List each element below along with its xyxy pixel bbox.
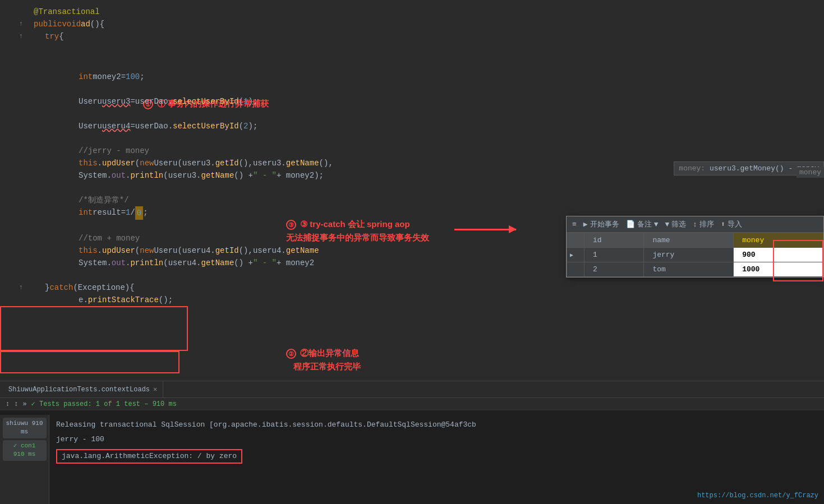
hamburger-icon: ≡ (572, 220, 577, 229)
comment-exception: /*制造异常*/ (79, 194, 129, 206)
method-getname4: getName (201, 257, 234, 269)
dot12: . (107, 257, 111, 269)
con1-btn[interactable]: ✓ con1 910 ms (3, 440, 47, 461)
keyword-try: try (45, 30, 59, 43)
userdao-ref: userDao (135, 95, 168, 108)
log-line-3: java.lang.ArithmeticException: / by zero (56, 447, 817, 465)
useru3-getid: useru3 (182, 157, 210, 169)
dot2: . (168, 120, 173, 132)
dot1: . (168, 95, 173, 108)
notes-btn[interactable]: 📄 备注 ▼ (626, 219, 659, 229)
import-btn[interactable]: ⬆ 导入 (721, 219, 742, 229)
table-row[interactable]: ▶ 1 jerry 900 (567, 248, 823, 262)
paren6: ( (177, 157, 182, 169)
test-status: ✓ Tests passed: 1 of 1 test – 910 ms (31, 400, 177, 408)
paren11: ( (135, 244, 140, 257)
method-getname2: getName (201, 169, 234, 182)
method-printtrace: printStackTrace (88, 294, 159, 306)
shiuwu-btn[interactable]: shiuwu 910 ms (3, 418, 47, 438)
arrow-to-db (454, 229, 516, 230)
play-icon: ▶ (583, 220, 588, 229)
paren8: (), (319, 157, 333, 169)
database-popup: ≡ ▶ 开始事务 📄 备注 ▼ ▼ 筛选 ↕ 排序 ⬆ 导入 id n (566, 216, 824, 278)
notes-icon: 📄 (626, 220, 635, 229)
sort-btn[interactable]: ↕ 排序 (693, 219, 714, 229)
blog-url[interactable]: https://blog.csdn.net/y_fCrazy (697, 492, 818, 500)
useru4-getname2: useru4 (168, 257, 196, 269)
run-tab[interactable]: ShiuwuApplicationTests.contextLoads ✕ (3, 381, 163, 397)
start-transaction-btn[interactable]: ▶ 开始事务 (583, 219, 619, 229)
paren13: (), (239, 244, 253, 257)
sort-icon-1[interactable]: ↕ (6, 400, 10, 408)
breakpoint-arrow: ↑ (19, 18, 23, 30)
userdao-ref2: userDao (135, 120, 168, 132)
try-brace: { (59, 30, 63, 43)
menu-icon-btn[interactable]: ≡ (572, 220, 577, 229)
paren15: () + (234, 257, 253, 269)
code-line (0, 83, 824, 95)
out-field: out (112, 169, 126, 182)
code-line (0, 108, 824, 120)
keyword-public: public (34, 18, 62, 30)
useru3-getname2: useru3 (168, 169, 196, 182)
keyword-int: int (79, 71, 93, 83)
dropdown-arrow-icon: ▼ (654, 220, 659, 229)
paren16: ( (73, 281, 77, 294)
number-1: 1 (243, 95, 248, 108)
notes-label: 备注 (637, 219, 652, 229)
useru4-getname: useru4 (253, 244, 281, 257)
dot4: . (210, 157, 215, 169)
paren17: ){ (125, 281, 135, 294)
code-line: ↑ try { (0, 30, 824, 43)
annotation-text: @Transactional (34, 6, 100, 18)
shiuwu-label: shiuwu 910 ms (6, 420, 43, 435)
code-line: e . printStackTrace (); (0, 294, 824, 306)
code-line: @Transactional (0, 6, 824, 18)
method-getname1: getName (286, 157, 319, 169)
code-line: ↑ public void ad (){ (0, 18, 824, 30)
filter-icon: ▼ (665, 220, 669, 229)
paren9: ( (163, 169, 168, 182)
table-row[interactable]: 2 tom 1000 (567, 262, 823, 277)
dot10: . (210, 244, 215, 257)
sort-icon: ↕ (693, 220, 697, 229)
row-arrow-1: ▶ (567, 248, 584, 262)
bottom-tabs: ShiuwuApplicationTests.contextLoads ✕ (0, 381, 824, 398)
paren5: ( (135, 157, 140, 169)
method-select2: selectUserById (173, 120, 239, 132)
number-100: 100 (126, 71, 140, 83)
paren18: (); (159, 294, 173, 306)
catch-highlight-box (0, 351, 179, 373)
filter-btn[interactable]: ▼ 筛选 (665, 219, 686, 229)
paren1: ( (239, 95, 243, 108)
start-tx-label: 开始事务 (590, 219, 619, 229)
bottom-content: Releasing transactional SqlSession [org.… (49, 415, 824, 504)
assign2: = (130, 95, 135, 108)
cell-id-2: 2 (584, 262, 644, 277)
code-line: Useru useru4 = userDao . selectUserById … (0, 120, 824, 132)
var-result: result (93, 206, 121, 219)
sort-label: 排序 (699, 219, 714, 229)
code-line (0, 182, 824, 194)
th-name: name (644, 233, 734, 248)
method-parens: (){ (90, 18, 104, 30)
plus2: + money2 (277, 257, 314, 269)
dot6: . (107, 169, 111, 182)
method-select1: selectUserById (173, 95, 239, 108)
keyword-new2: new (140, 244, 154, 257)
code-line: ↑ } catch ( Exception e ){ (0, 281, 824, 294)
tab-close-btn[interactable]: ✕ (153, 385, 157, 394)
money-column-label: money (797, 167, 824, 178)
dot5: . (281, 157, 286, 169)
keyword-catch: catch (49, 281, 73, 294)
sort-icon-2[interactable]: ↕ (14, 400, 18, 408)
th-money: money (734, 233, 823, 248)
th-id: id (584, 233, 644, 248)
jerry-output-box: jerry - 100 (56, 435, 104, 443)
comment-jerry: //jerry - money (79, 145, 149, 157)
code-editor: @Transactional ↑ public void ad (){ ↑ tr… (0, 0, 824, 381)
paren14: ( (163, 257, 168, 269)
assign: = (121, 71, 126, 83)
arrow-icon[interactable]: » (22, 400, 26, 408)
tooltip-key: money: (679, 164, 710, 173)
